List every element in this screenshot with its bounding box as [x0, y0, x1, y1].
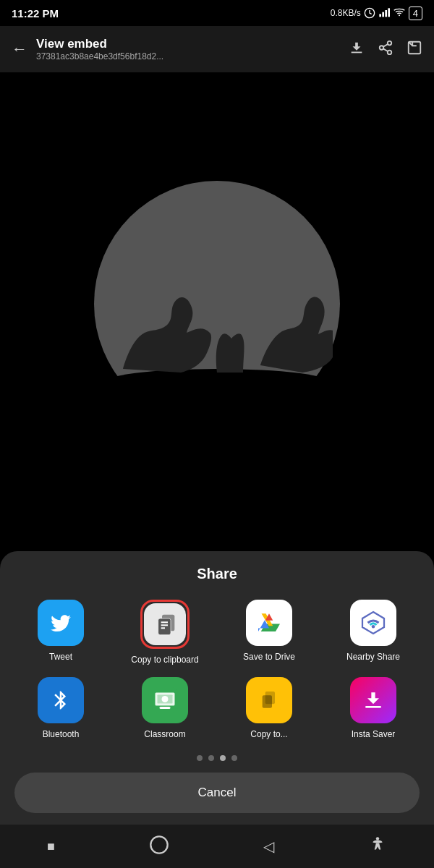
svg-point-30 [376, 837, 379, 840]
share-item-drive[interactable]: Save to Drive [223, 600, 315, 666]
silhouette [101, 253, 333, 383]
instasaver-icon-wrap [350, 677, 396, 723]
cancel-button[interactable]: Cancel [14, 773, 420, 813]
svg-point-20 [372, 625, 375, 629]
bluetooth-label: Bluetooth [43, 729, 80, 741]
twitter-bird-icon [49, 611, 72, 634]
battery-level: 4 [409, 7, 422, 20]
classroom-icon [152, 687, 178, 713]
wifi-icon [393, 7, 406, 19]
share-item-copyto[interactable]: Copy to... [223, 677, 315, 741]
page-dots [14, 755, 420, 761]
share-grid: Tweet Copy to clipboard [14, 600, 420, 741]
dot-3 [220, 755, 226, 761]
clipboard-icon-wrap [144, 603, 186, 645]
header-actions [349, 40, 422, 59]
drive-label: Save to Drive [243, 652, 295, 663]
svg-rect-28 [365, 706, 380, 708]
classroom-label: Classroom [144, 729, 185, 741]
clipboard-label: Copy to clipboard [131, 655, 198, 666]
svg-rect-3 [385, 10, 387, 17]
nearby-share-icon [360, 610, 386, 636]
dot-2 [208, 755, 214, 761]
svg-point-24 [162, 696, 169, 702]
classroom-icon-wrap [142, 677, 188, 723]
nav-bar: ■ ◁ [0, 825, 434, 868]
dot-4 [231, 755, 237, 761]
svg-point-29 [150, 836, 167, 853]
share-item-tweet[interactable]: Tweet [14, 600, 107, 666]
signal-icon [378, 7, 390, 19]
copyto-label: Copy to... [250, 729, 287, 741]
share-item-clipboard[interactable]: Copy to clipboard [119, 600, 211, 666]
svg-rect-6 [352, 51, 362, 53]
svg-rect-4 [388, 8, 390, 17]
nav-back-icon[interactable]: ◁ [263, 838, 274, 855]
tweet-label: Tweet [49, 652, 72, 663]
drive-icon-wrap [246, 600, 292, 646]
page-subtitle: 37381ac3b8ae4be3df56bf18d2... [36, 51, 349, 61]
clock-icon [364, 7, 375, 19]
content-area [0, 72, 434, 383]
svg-point-7 [388, 41, 392, 45]
nearby-icon-wrap [350, 600, 396, 646]
status-icons: 0.8KB/s 4 [331, 7, 422, 20]
svg-point-5 [399, 14, 400, 16]
svg-line-10 [383, 48, 388, 51]
share-item-classroom[interactable]: Classroom [119, 677, 211, 741]
copy-to-icon [258, 689, 281, 712]
clipboard-copy-icon [153, 613, 176, 636]
share-item-instasaver[interactable]: Insta Saver [327, 677, 420, 741]
svg-rect-1 [379, 14, 381, 17]
share-item-bluetooth[interactable]: Bluetooth [14, 677, 107, 741]
instasaver-label: Insta Saver [352, 729, 396, 741]
svg-rect-2 [382, 12, 384, 17]
bluetooth-icon-wrap [38, 677, 84, 723]
share-item-nearby[interactable]: Nearby Share [327, 600, 420, 666]
twitter-icon-wrap [38, 600, 84, 646]
clipboard-highlight [140, 600, 190, 649]
network-speed: 0.8KB/s [331, 8, 361, 18]
svg-rect-16 [158, 618, 171, 635]
app-header: ← View embed 37381ac3b8ae4be3df56bf18d2.… [0, 26, 434, 72]
svg-point-8 [380, 46, 384, 50]
nav-accessibility-icon[interactable] [368, 835, 387, 857]
svg-point-9 [388, 50, 392, 54]
header-title-block: View embed 37381ac3b8ae4be3df56bf18d2... [36, 37, 349, 61]
instasaver-icon [362, 689, 385, 712]
svg-rect-27 [263, 696, 272, 708]
share-icon[interactable] [378, 40, 393, 59]
back-button[interactable]: ← [12, 40, 27, 59]
share-sheet: Share Tweet C [0, 551, 434, 825]
nearby-label: Nearby Share [346, 652, 400, 663]
google-drive-icon [256, 610, 282, 636]
status-time: 11:22 PM [12, 7, 59, 20]
bluetooth-icon [50, 689, 72, 711]
page-title: View embed [36, 37, 349, 51]
download-icon[interactable] [349, 40, 365, 59]
nav-stop-icon[interactable]: ■ [47, 839, 55, 854]
svg-line-11 [383, 43, 388, 46]
nav-home-icon[interactable] [149, 835, 169, 858]
share-title: Share [14, 566, 420, 582]
open-external-icon[interactable] [407, 40, 422, 59]
dot-1 [197, 755, 203, 761]
copyto-icon-wrap [246, 677, 292, 723]
status-bar: 11:22 PM 0.8KB/s 4 [0, 0, 434, 26]
